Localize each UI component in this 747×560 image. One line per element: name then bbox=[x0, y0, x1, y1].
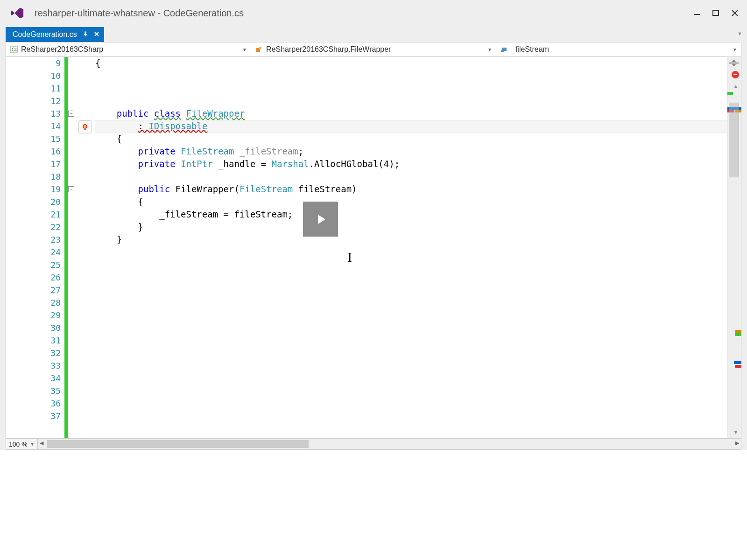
zoom-label: 100 % bbox=[9, 441, 28, 448]
line-number: 37 bbox=[50, 410, 61, 422]
scrollbar-thumb[interactable] bbox=[729, 103, 739, 177]
horizontal-scrollbar[interactable]: ◀ ▶ bbox=[38, 439, 741, 449]
maximize-button[interactable] bbox=[712, 9, 720, 17]
code-line bbox=[95, 95, 727, 107]
play-button[interactable] bbox=[303, 202, 338, 237]
visual-studio-logo-icon bbox=[10, 6, 24, 20]
tab-codegeneration[interactable]: CodeGeneration.cs bbox=[6, 27, 104, 42]
code-line: : IDisposable bbox=[95, 120, 727, 133]
line-number: 15 bbox=[50, 133, 61, 145]
code-line bbox=[95, 70, 727, 82]
line-number: 19 bbox=[50, 183, 61, 196]
line-number: 20 bbox=[50, 196, 61, 208]
line-number: 12 bbox=[50, 95, 61, 107]
code-line bbox=[95, 170, 727, 183]
member-label: _fileStream bbox=[511, 45, 549, 54]
namespace-label: ReSharper20163CSharp bbox=[21, 45, 103, 54]
zoom-dropdown[interactable]: 100 % ▼ bbox=[6, 439, 38, 449]
line-number: 36 bbox=[50, 397, 61, 410]
namespace-dropdown[interactable]: C# ReSharper20163CSharp ▼ bbox=[6, 42, 251, 56]
line-number: 30 bbox=[50, 322, 61, 334]
minimize-button[interactable] bbox=[694, 9, 701, 17]
code-line: public FileWrapper(FileStream fileStream… bbox=[95, 183, 727, 196]
code-line: private FileStream _fileStream; bbox=[95, 145, 727, 158]
line-number: 11 bbox=[50, 82, 61, 95]
scrollbar-thumb[interactable] bbox=[47, 440, 309, 448]
fold-column: − − bbox=[68, 57, 77, 438]
line-number: 10 bbox=[50, 70, 61, 82]
line-number: 33 bbox=[50, 359, 61, 372]
line-number: 17 bbox=[50, 158, 61, 170]
marker[interactable] bbox=[735, 365, 741, 368]
close-button[interactable] bbox=[731, 9, 739, 17]
editor-bottom-bar: 100 % ▼ ◀ ▶ bbox=[6, 439, 741, 450]
window-controls bbox=[694, 9, 745, 17]
error-indicator-icon[interactable] bbox=[732, 71, 739, 78]
svg-rect-9 bbox=[84, 129, 86, 130]
line-number: 32 bbox=[50, 347, 61, 359]
class-label: ReSharper20163CSharp.FileWrapper bbox=[266, 45, 391, 54]
tab-label: CodeGeneration.cs bbox=[13, 30, 77, 39]
code-line: private IntPtr _handle = Marshal.AllocHG… bbox=[95, 158, 727, 170]
marker[interactable] bbox=[735, 333, 741, 336]
code-line: } bbox=[95, 221, 727, 233]
fold-toggle[interactable]: − bbox=[68, 111, 74, 117]
code-line: public class FileWrapper bbox=[95, 107, 727, 120]
tab-overflow-icon[interactable]: ▼ bbox=[737, 31, 742, 36]
window-title: resharper-ultimate-whatsnew - CodeGenera… bbox=[35, 8, 694, 19]
field-icon bbox=[500, 45, 508, 54]
marker[interactable] bbox=[735, 330, 741, 333]
titlebar: resharper-ultimate-whatsnew - CodeGenera… bbox=[0, 0, 747, 26]
fold-toggle[interactable]: − bbox=[68, 186, 74, 192]
line-number: 35 bbox=[50, 385, 61, 397]
scroll-up-icon[interactable]: ▲ bbox=[733, 83, 739, 90]
svg-text:C#: C# bbox=[12, 47, 18, 52]
class-dropdown[interactable]: ReSharper20163CSharp.FileWrapper ▼ bbox=[251, 42, 496, 56]
chevron-down-icon: ▼ bbox=[242, 47, 247, 52]
class-icon bbox=[255, 45, 263, 54]
line-number: 26 bbox=[50, 271, 61, 284]
pin-icon[interactable] bbox=[83, 31, 88, 38]
svg-rect-0 bbox=[694, 14, 700, 15]
line-number: 23 bbox=[50, 233, 61, 246]
line-number: 29 bbox=[50, 309, 61, 322]
chevron-down-icon: ▼ bbox=[487, 47, 492, 52]
member-dropdown[interactable]: _fileStream ▼ bbox=[496, 42, 741, 56]
code-text-area[interactable]: { public class FileWrapper : IDisposable… bbox=[95, 57, 727, 438]
code-line: _fileStream = fileStream; bbox=[95, 208, 727, 221]
scroll-right-icon[interactable]: ▶ bbox=[735, 440, 739, 446]
document-tabbar: CodeGeneration.cs ▼ bbox=[0, 26, 747, 42]
scroll-down-icon[interactable]: ▼ bbox=[733, 429, 739, 435]
svg-rect-11 bbox=[729, 63, 739, 63]
code-line: { bbox=[95, 133, 727, 145]
marker[interactable] bbox=[727, 92, 733, 95]
line-number: 34 bbox=[50, 372, 61, 385]
line-number: 16 bbox=[50, 145, 61, 158]
code-line: { bbox=[95, 196, 727, 208]
close-tab-icon[interactable] bbox=[94, 31, 99, 38]
line-number: 22 bbox=[50, 221, 61, 233]
marker[interactable] bbox=[734, 361, 741, 364]
chevron-down-icon: ▼ bbox=[733, 47, 737, 52]
line-number: 28 bbox=[50, 296, 61, 309]
line-number: 21 bbox=[50, 208, 61, 221]
line-number: 18 bbox=[50, 170, 61, 183]
svg-rect-1 bbox=[713, 10, 719, 15]
chevron-down-icon: ▼ bbox=[30, 442, 35, 447]
line-number: 14 bbox=[50, 120, 61, 133]
change-indicator-bar bbox=[64, 57, 68, 438]
line-number-gutter: 9101112131415161718192021222324252627282… bbox=[6, 57, 64, 438]
annotation-scrollbar[interactable]: ▲ ▼ bbox=[727, 57, 741, 438]
line-number: 27 bbox=[50, 284, 61, 296]
lightbulb-icon[interactable] bbox=[78, 120, 92, 133]
blank-area bbox=[0, 450, 747, 560]
scroll-left-icon[interactable]: ◀ bbox=[40, 440, 43, 446]
line-number: 24 bbox=[50, 246, 61, 259]
svg-point-10 bbox=[84, 125, 86, 128]
line-number: 13 bbox=[50, 107, 61, 120]
nav-dropdown-bar: C# ReSharper20163CSharp ▼ ReSharper20163… bbox=[6, 42, 741, 57]
code-editor[interactable]: 9101112131415161718192021222324252627282… bbox=[6, 57, 741, 439]
text-cursor-icon: I bbox=[347, 251, 352, 263]
line-number: 9 bbox=[50, 57, 61, 70]
split-window-icon[interactable] bbox=[729, 60, 739, 67]
